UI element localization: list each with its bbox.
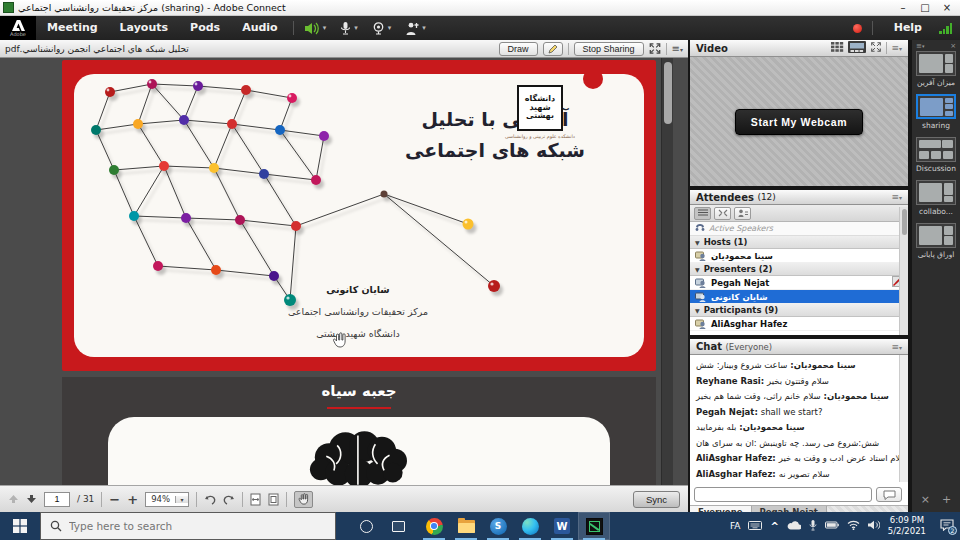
page-number-input[interactable]: [44, 492, 70, 507]
minimize-button[interactable]: –: [893, 2, 913, 13]
taskbar-edge-icon[interactable]: [514, 512, 546, 540]
fit-width-icon[interactable]: [250, 493, 261, 506]
windows-start-icon[interactable]: [0, 512, 40, 540]
attendees-group-presenters[interactable]: ▼ Presenters (2): [690, 263, 908, 276]
taskbar-word-icon[interactable]: W: [546, 512, 578, 540]
wifi-icon[interactable]: [847, 520, 860, 532]
cortana-icon[interactable]: [350, 512, 382, 540]
document-scrollbar-thumb[interactable]: [664, 62, 672, 124]
windows-taskbar: S W FA ^ 6:09 PM 5/2/2021 2: [0, 512, 960, 540]
webcam-dropdown[interactable]: ▾: [388, 24, 392, 32]
zoom-dropdown-icon[interactable]: ▾: [175, 496, 188, 503]
tray-mic-icon[interactable]: [809, 520, 817, 533]
speaker-button[interactable]: ▾: [298, 16, 334, 40]
menu-layouts[interactable]: Layouts: [109, 16, 179, 40]
mic-dropdown[interactable]: ▾: [354, 24, 358, 32]
chat-message: Pegah Nejatshall we start?: [696, 407, 893, 417]
keyboard-icon[interactable]: [748, 521, 762, 532]
layout-thumbnail-selected[interactable]: [916, 94, 956, 119]
fit-page-icon[interactable]: [268, 493, 279, 506]
stop-sharing-button[interactable]: Stop Sharing: [574, 42, 644, 56]
undo-icon[interactable]: [204, 494, 216, 505]
layout-thumbnail[interactable]: [916, 137, 956, 162]
header-separator: [568, 43, 569, 55]
attendee-row[interactable]: سینا محمودیان: [690, 249, 908, 263]
attendees-scrollbar[interactable]: [899, 207, 908, 335]
language-indicator[interactable]: FA: [730, 521, 741, 531]
attendees-scrollbar-thumb[interactable]: [902, 209, 907, 235]
maximize-button[interactable]: □: [915, 2, 935, 13]
redo-icon[interactable]: [223, 494, 235, 505]
taskbar-search[interactable]: [40, 512, 336, 540]
attendee-row-selected[interactable]: شایان کانونی: [690, 290, 908, 304]
add-layout-icon[interactable]: +: [942, 493, 951, 506]
document-area[interactable]: آشنایی با تحلیل شبکه های اجتماعی دانشگاه…: [0, 58, 688, 485]
zoom-out-icon[interactable]: −: [109, 492, 120, 507]
battery-icon[interactable]: [825, 521, 839, 531]
sync-button[interactable]: Sync: [633, 491, 680, 508]
webcam-button[interactable]: ▾: [365, 16, 399, 40]
page-down-icon[interactable]: [26, 494, 37, 504]
page-up-icon[interactable]: [8, 494, 19, 504]
zoom-in-icon[interactable]: +: [127, 492, 138, 507]
taskbar-file-explorer-icon[interactable]: [450, 512, 482, 540]
task-view-icon[interactable]: [382, 512, 414, 540]
speaker-dropdown[interactable]: ▾: [323, 24, 327, 32]
attendees-group-participants[interactable]: ▼ Participants (9): [690, 304, 908, 317]
mic-button[interactable]: ▾: [333, 16, 365, 40]
layout-thumbnail[interactable]: [916, 180, 956, 205]
pencil-button[interactable]: [543, 42, 563, 56]
status-button[interactable]: ▾: [398, 16, 433, 40]
breakout-view-icon[interactable]: [714, 207, 731, 220]
layout-thumbnail[interactable]: [916, 51, 956, 76]
onedrive-cloud-icon[interactable]: [787, 521, 801, 532]
taskbar-skype-icon[interactable]: S: [482, 512, 514, 540]
volume-icon[interactable]: [868, 520, 880, 532]
layout-thumbnail[interactable]: [916, 223, 956, 248]
attendee-row[interactable]: Pegah Nejat: [690, 276, 908, 290]
search-input[interactable]: [69, 520, 299, 532]
attendees-group-hosts[interactable]: ▼ Hosts (1): [690, 236, 908, 249]
taskbar-adobe-connect-icon[interactable]: [578, 512, 610, 540]
adobe-connect-window: مركز تحقيقات روانشناسي اجتماعي (sharing)…: [0, 0, 960, 540]
video-fullscreen-icon[interactable]: [870, 42, 882, 54]
list-view-icon[interactable]: [694, 207, 711, 220]
menu-help[interactable]: Help: [883, 16, 933, 40]
chat-input[interactable]: [694, 487, 872, 502]
grid-view-icon[interactable]: [831, 42, 844, 54]
notification-icon[interactable]: 2: [940, 519, 954, 533]
chat-message-list[interactable]: سینا محمودیانساعت شروع وبینار: شش Reyhan…: [690, 355, 899, 482]
attendee-row[interactable]: AliAsghar Hafez: [690, 317, 908, 331]
draw-button[interactable]: Draw: [499, 42, 538, 56]
menu-audio[interactable]: Audio: [231, 16, 289, 40]
menu-meeting[interactable]: Meeting: [36, 16, 109, 40]
hand-tool-icon[interactable]: [294, 491, 313, 508]
toolbar-separator: [242, 492, 243, 507]
chat-scrollbar[interactable]: [899, 355, 908, 482]
chat-scope-label: (Everyone): [725, 342, 772, 352]
taskbar-clock[interactable]: 6:09 PM 5/2/2021: [888, 515, 926, 536]
start-webcam-button[interactable]: Start My Webcam: [735, 109, 863, 135]
collapse-icon[interactable]: ▼: [695, 307, 700, 314]
filmstrip-view-icon[interactable]: [848, 41, 866, 55]
layouts-close-icon[interactable]: ×: [950, 42, 956, 50]
collapse-icon[interactable]: ▼: [695, 266, 700, 273]
fullscreen-icon[interactable]: [649, 43, 661, 54]
chat-pod-menu-icon[interactable]: ≡▾: [891, 342, 902, 352]
connection-signal-icon[interactable]: [939, 23, 952, 34]
layouts-menu-icon[interactable]: ≡▾: [916, 42, 924, 50]
share-pod-menu-icon[interactable]: ≡▾: [672, 43, 683, 54]
video-pod-menu-icon[interactable]: ≡▾: [891, 43, 902, 53]
status-dropdown[interactable]: ▾: [422, 24, 426, 32]
menu-pods[interactable]: Pods: [179, 16, 231, 40]
close-button[interactable]: ×: [937, 2, 957, 13]
remove-layout-icon[interactable]: ×: [921, 493, 930, 506]
person-view-icon[interactable]: [734, 207, 751, 220]
chat-send-button[interactable]: [876, 487, 902, 502]
zoom-level-select[interactable]: 94% ▾: [145, 492, 189, 507]
attendees-pod-menu-icon[interactable]: ≡▾: [891, 192, 902, 202]
taskbar-chrome-icon[interactable]: [418, 512, 450, 540]
tray-expand-icon[interactable]: ^: [770, 521, 778, 532]
document-scrollbar[interactable]: [661, 58, 673, 485]
collapse-icon[interactable]: ▼: [695, 239, 700, 246]
